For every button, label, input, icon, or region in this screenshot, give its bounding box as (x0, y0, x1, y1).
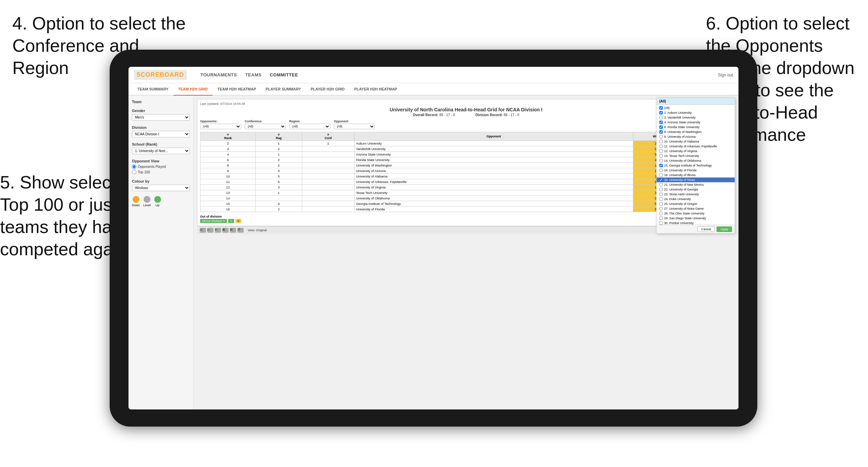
dot-level: Level (143, 196, 151, 207)
table-row: 8 2 University of Washington 1 0 (200, 163, 732, 168)
opponent-label: Opponent (334, 120, 375, 123)
team-section: Team (132, 100, 190, 104)
dot-up: Up (154, 196, 161, 207)
dropdown-item[interactable]: 16. University of Florida (657, 168, 735, 173)
table-row: 16 2 University of Florida 5 1 (200, 207, 732, 212)
subnav-player-summary[interactable]: PLAYER SUMMARY (261, 83, 306, 96)
dropdown-header: (All) (657, 98, 735, 105)
apply-button[interactable]: Apply (717, 226, 732, 232)
dropdown-item[interactable]: 23. Texas A&M University (657, 192, 735, 197)
gender-section: Gender Men's (132, 109, 190, 121)
subnav-team-h2h-heatmap[interactable]: TEAM H2H HEATMAP (212, 83, 261, 96)
opponent-view-section: Opponent View Opponents Played Top 100 (132, 159, 190, 174)
radio-top-100[interactable]: Top 100 (132, 170, 190, 174)
col-rank: #Rank (200, 132, 256, 141)
dropdown-item[interactable]: 22. University of Georgia (657, 187, 735, 192)
toolbar-icon-3[interactable]: ↩ (215, 228, 221, 233)
dropdown-item[interactable]: (All) (657, 106, 735, 110)
color-legend: Down Level Up (132, 196, 190, 207)
table-row: 15 4 Georgia Institute of Technology 5 0 (200, 201, 732, 207)
gender-select[interactable]: Men's (132, 114, 190, 121)
school-select[interactable]: 1. University of Nort... (132, 148, 190, 154)
subnav-team-h2h-grid[interactable]: TEAM H2H GRID (173, 83, 213, 96)
dropdown-item[interactable]: 2. Auburn University (657, 110, 735, 115)
school-label: School (Rank) (132, 142, 190, 146)
dropdown-item[interactable]: 9. University of Arizona (657, 134, 735, 139)
view-label: View: Original (248, 229, 267, 232)
dropdown-item[interactable]: 27. University of Notre Dame (657, 206, 735, 211)
division-select[interactable]: NCAA Division I (132, 131, 190, 137)
subnav-player-h2h-grid[interactable]: PLAYER H2H GRID (306, 83, 349, 96)
nav-tournaments[interactable]: TOURNAMENTS (200, 72, 237, 77)
nav-committee[interactable]: COMMITTEE (270, 72, 298, 77)
division-record: Division Record: 88 - 17 - 0 (476, 113, 519, 117)
dropdown-item[interactable]: 8. University of Washington (657, 130, 735, 134)
dropdown-item[interactable]: 3. Vanderbilt University (657, 115, 735, 120)
cancel-button[interactable]: Cancel (697, 226, 714, 232)
col-conf: #Conf (302, 132, 354, 141)
tablet-frame: 5COREBOARD TOURNAMENTS TEAMS COMMITTEE S… (110, 50, 757, 427)
opponent-filter: Opponent (All) (334, 120, 375, 129)
opponent-view-radio-group: Opponents Played Top 100 (132, 164, 190, 174)
table-row: 10 5 University of Alabama 3 0 (200, 174, 732, 179)
subnav-team-summary[interactable]: TEAM SUMMARY (133, 83, 173, 96)
dropdown-item[interactable]: 13. Texas Tech University (657, 153, 735, 158)
dropdown-item[interactable]: 20. University of Texas (657, 177, 735, 182)
conference-select[interactable]: (All) (245, 124, 286, 129)
out-div-win: 1 (228, 219, 234, 223)
opponent-select[interactable]: (All) (334, 124, 375, 129)
dropdown-item[interactable]: 24. Duke University (657, 197, 735, 201)
dropdown-item[interactable]: 25. University of Oregon (657, 201, 735, 206)
table-row: 2 1 1 Auburn University 2 1 (200, 141, 732, 146)
region-filter: Region (All) (289, 120, 330, 129)
nav-teams[interactable]: TEAMS (245, 72, 261, 77)
table-row: 14 University of Oklahoma 2 2 (200, 196, 732, 201)
dropdown-item[interactable]: 15. Georgia Institute of Technology (657, 163, 735, 168)
region-select[interactable]: (All) (289, 124, 330, 129)
sub-nav: TEAM SUMMARY TEAM H2H GRID TEAM H2H HEAT… (129, 83, 738, 96)
division-label: Division (132, 125, 190, 130)
toolbar-icon-6[interactable]: ⏱ (237, 228, 244, 233)
record-row: Overall Record: 89 - 17 - 0 Division Rec… (200, 113, 732, 117)
table-row: 3 2 Vanderbilt University 0 4 (200, 146, 732, 152)
out-division-row: NCAA Division II 1 0 (200, 219, 732, 223)
out-div-name: NCAA Division II (200, 219, 227, 223)
sidebar: Team Gender Men's Division NCAA Division… (129, 96, 194, 409)
dropdown-item[interactable]: 4. Arizona State University (657, 120, 735, 125)
col-opponent: Opponent (354, 132, 633, 141)
dropdown-item[interactable]: 29. San Diego State University (657, 216, 735, 221)
opponent-view-label: Opponent View (132, 159, 190, 163)
toolbar-icon-2[interactable]: ▷ (207, 228, 213, 233)
dropdown-item[interactable]: 30. Purdue University (657, 221, 735, 225)
out-div-loss: 0 (235, 219, 241, 223)
colour-select[interactable]: Win/loss (132, 185, 190, 191)
division-section: Division NCAA Division I (132, 125, 190, 137)
toolbar-icon-5[interactable]: ⊟ (230, 228, 236, 233)
out-division: Out of division NCAA Division II 1 0 (200, 215, 732, 223)
dropdown-item[interactable]: 10. University of Alabama (657, 139, 735, 144)
opponent-dropdown[interactable]: (All) (All) 2. Auburn University 3. Vand… (656, 98, 735, 234)
app-header: 5COREBOARD TOURNAMENTS TEAMS COMMITTEE S… (129, 67, 738, 83)
table-row: 11 6 University of Arkansas, Fayettevill… (200, 179, 732, 185)
sign-out-button[interactable]: Sign out (718, 73, 733, 77)
subnav-player-h2h-heatmap[interactable]: PLAYER H2H HEATMAP (350, 83, 402, 96)
table-row: 13 1 Texas Tech University 3 0 (200, 190, 732, 196)
dropdown-item[interactable]: 14. University of Oklahoma (657, 158, 735, 163)
table-row: 6 2 Florida State University 4 2 (200, 157, 732, 163)
gender-label: Gender (132, 109, 190, 113)
opponents-select[interactable]: (All) (200, 124, 241, 129)
dropdown-item[interactable]: 12. University of Virginia (657, 149, 735, 153)
dropdown-item[interactable]: 6. Florida State University (657, 125, 735, 130)
main-content: Team Gender Men's Division NCAA Division… (129, 96, 738, 409)
data-table: #Rank #Rag #Conf Opponent Win Loss 2 1 1… (200, 132, 732, 212)
last-updated: Last Updated: 4/7/2024 16:55:38 (200, 102, 245, 106)
conference-label: Conference (245, 120, 286, 123)
dropdown-item[interactable]: 28. The Ohio State University (657, 211, 735, 216)
dropdown-item[interactable]: 21. University of New Mexico (657, 182, 735, 187)
toolbar-icon-4[interactable]: ⊞ (222, 228, 229, 233)
toolbar-icon-1[interactable]: ◁ (200, 228, 206, 233)
toolbar-bottom: ◁ ▷ ↩ ⊞ ⊟ ⏱ View: Original (197, 226, 735, 234)
radio-opponents-played[interactable]: Opponents Played (132, 164, 190, 169)
dropdown-item[interactable]: 18. University of Illinois (657, 173, 735, 177)
dropdown-item[interactable]: 11. University of Arkansas, Fayetteville (657, 144, 735, 149)
